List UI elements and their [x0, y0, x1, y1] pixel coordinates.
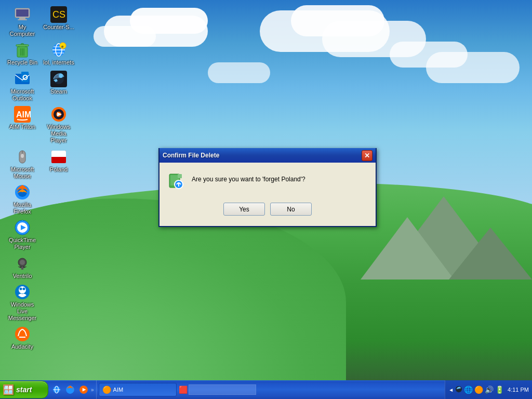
system-tray: ◄ 🌐 🟠 🔊 🔋 4:11 PM	[445, 380, 532, 399]
wlm-label: Windows Live Messenger	[6, 301, 38, 322]
svg-point-47	[19, 286, 26, 294]
ql-firefox-icon[interactable]	[64, 383, 76, 396]
network-tray-icon[interactable]: 🌐	[464, 385, 473, 394]
aim-taskbar-icon: 🟠	[102, 385, 111, 394]
tray-clock: 4:11 PM	[506, 387, 529, 393]
dialog-title: Confirm File Delete	[163, 152, 219, 159]
svg-text:AIM: AIM	[16, 110, 31, 119]
svg-rect-1	[16, 9, 29, 17]
svg-rect-7	[16, 45, 29, 46]
aim-tray-icon[interactable]: 🟠	[474, 385, 483, 394]
svg-text:CS: CS	[52, 9, 65, 20]
firefox-icon[interactable]: Mozilla Firefox	[4, 182, 41, 217]
svg-text:e: e	[61, 44, 64, 49]
ms-mouse-desktop-icon[interactable]: Microsoft Mouse	[4, 147, 41, 182]
outlook-label: Microsoft Outlook	[6, 88, 38, 102]
dialog-titlebar: Confirm File Delete ✕	[159, 148, 376, 163]
my-computer-label: My Computer	[6, 24, 38, 37]
recycle-bin-label: Recycle Bin	[7, 59, 37, 66]
svg-rect-3	[18, 19, 27, 20]
volume-tray-icon[interactable]: 🔊	[485, 385, 494, 394]
recycle-bin-icon[interactable]: Recycle Bin	[4, 39, 41, 68]
aim-taskbar-label: AIM	[113, 387, 124, 393]
audacity-label: Audacity	[11, 343, 33, 350]
dialog-message: Are you sure you want to 'forget Poland'…	[192, 173, 305, 183]
taskbar: 🪟 start	[0, 380, 532, 399]
ql-wmp-icon[interactable]	[77, 383, 90, 396]
svg-rect-2	[19, 18, 25, 19]
quicktime-icon[interactable]: QuickTime Player	[4, 217, 41, 252]
aim-label: AIM Triton	[9, 124, 35, 130]
start-logo: 🪟	[3, 384, 14, 395]
outlook-icon[interactable]: O Microsoft Outlook	[4, 69, 41, 104]
steam-label: Steam	[50, 88, 67, 95]
audacity-icon[interactable]: Audacity	[4, 324, 41, 352]
dialog-buttons: Yes No	[159, 200, 376, 226]
start-button[interactable]: 🪟 start	[0, 381, 48, 398]
svg-point-23	[59, 74, 63, 78]
counter-strike-label: Counter-S...	[43, 24, 74, 31]
dialog-body: Are you sure you want to 'forget Poland'…	[159, 163, 376, 200]
svg-text:O: O	[22, 73, 28, 82]
svg-point-44	[20, 260, 25, 265]
counter-strike-icon[interactable]: CS Counter-S...	[41, 4, 77, 39]
desktop: My Computer CS Counter-S...	[0, 0, 532, 399]
desktop-icons: My Computer CS Counter-S...	[4, 4, 77, 353]
ql-expand-arrow[interactable]: »	[91, 387, 94, 393]
taskbar-search-input[interactable]	[189, 384, 256, 395]
tray-expand[interactable]: ◄	[448, 387, 454, 393]
quick-launch: »	[48, 380, 97, 399]
ie-label: lol, internets	[43, 59, 74, 66]
firefox-label: Mozilla Firefox	[6, 202, 38, 215]
ie-icon[interactable]: e lol, internets	[41, 39, 77, 68]
taskbar-red-program[interactable]: 🟥	[179, 384, 256, 395]
steam-tray-icon[interactable]	[455, 385, 462, 394]
poland-label: Poland	[50, 166, 68, 173]
quicktime-label: QuickTime Player	[6, 237, 38, 250]
aim-icon[interactable]: AIM AIM Triton	[4, 104, 41, 147]
steam-icon[interactable]: Steam	[41, 69, 77, 104]
dialog-file-icon	[167, 173, 184, 190]
start-label: start	[16, 385, 32, 394]
svg-point-49	[23, 287, 25, 290]
wlm-icon[interactable]: Windows Live Messenger	[4, 282, 41, 324]
taskbar-programs: 🟠 AIM 🟥	[97, 380, 445, 399]
svg-point-32	[21, 154, 24, 158]
svg-rect-54	[178, 174, 182, 178]
my-computer-icon[interactable]: My Computer	[4, 4, 41, 39]
ms-mouse-label: Microsoft Mouse	[6, 166, 38, 180]
dialog-close-button[interactable]: ✕	[362, 150, 373, 161]
ventrilo-icon[interactable]: Ventrilo	[4, 253, 41, 282]
wmp-label: Windows Media Player	[43, 124, 75, 144]
wmp-icon[interactable]: Windows Media Player	[41, 104, 77, 147]
svg-point-48	[20, 287, 22, 290]
ql-ie-icon[interactable]	[50, 383, 63, 396]
ventrilo-label: Ventrilo	[13, 273, 32, 280]
confirm-delete-dialog: Confirm File Delete ✕ Are you sure you w…	[158, 148, 377, 227]
battery-tray-icon[interactable]: 🔋	[495, 385, 504, 394]
aim-taskbar-button[interactable]: 🟠 AIM	[99, 383, 177, 396]
poland-icon[interactable]: Poland	[41, 147, 77, 182]
svg-rect-45	[21, 267, 23, 270]
yes-button[interactable]: Yes	[223, 203, 265, 216]
svg-rect-35	[51, 156, 66, 157]
no-button[interactable]: No	[270, 203, 312, 216]
red-icon: 🟥	[179, 385, 188, 394]
